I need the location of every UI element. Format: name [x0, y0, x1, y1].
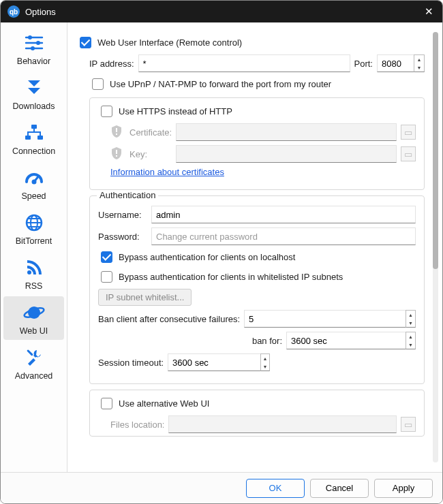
- content-pane: Web User Interface (Remote control) IP a…: [77, 31, 437, 464]
- gauge-icon: [23, 167, 45, 189]
- ban-for-spinner[interactable]: ▲▼: [286, 332, 416, 349]
- certificate-label: Certificate:: [129, 127, 172, 138]
- sidebar-item-label: Downloads: [13, 101, 55, 111]
- port-spinner[interactable]: ▲▼: [377, 54, 425, 72]
- scrollbar-thumb[interactable]: [433, 32, 438, 269]
- spinner-down-icon[interactable]: ▼: [406, 319, 415, 327]
- webui-enable-label: Web User Interface (Remote control): [97, 37, 242, 48]
- shield-warning-icon: [110, 146, 123, 162]
- sidebar-item-label: Advanced: [15, 371, 53, 381]
- files-location-browse-button: ▭: [401, 417, 416, 432]
- network-icon: [23, 122, 45, 144]
- ip-subnet-whitelist-button: IP subnet whitelist...: [98, 289, 192, 306]
- auth-group-title: Authentication: [97, 190, 158, 200]
- sidebar-item-label: RSS: [25, 281, 43, 291]
- ban-after-label: Ban client after consecutive failures:: [98, 314, 240, 324]
- planet-icon: [23, 302, 45, 324]
- scrollbar[interactable]: [433, 32, 438, 462]
- bypass-localhost-checkbox[interactable]: [101, 251, 112, 263]
- alt-webui-checkbox[interactable]: [101, 398, 112, 409]
- sidebar-item-advanced[interactable]: Advanced: [3, 341, 64, 385]
- username-label: Username:: [98, 210, 147, 220]
- sidebar-item-rss[interactable]: RSS: [3, 251, 64, 295]
- bypass-localhost-label: Bypass authentication for clients on loc…: [119, 252, 295, 262]
- sidebar-item-behavior[interactable]: Behavior: [3, 27, 64, 70]
- globe-icon: [23, 212, 45, 234]
- ban-after-spinner[interactable]: ▲▼: [244, 310, 416, 328]
- upnp-label: Use UPnP / NAT-PMP to forward the port f…: [110, 79, 331, 89]
- svg-rect-7: [25, 136, 31, 140]
- window-title: Options: [25, 7, 422, 17]
- certificate-browse-button: ▭: [401, 125, 416, 140]
- sidebar-item-label: Connection: [12, 146, 55, 156]
- certificates-info-link[interactable]: Information about certificates: [110, 167, 224, 177]
- files-location-input: [168, 415, 397, 433]
- ban-after-input[interactable]: [244, 310, 406, 328]
- spinner-up-icon[interactable]: ▲: [414, 55, 424, 63]
- rss-icon: [23, 257, 45, 279]
- svg-line-10: [34, 176, 39, 182]
- certificate-input: [176, 123, 397, 141]
- spinner-up-icon[interactable]: ▲: [406, 311, 415, 319]
- sidebar-item-webui[interactable]: Web UI: [3, 296, 64, 340]
- apply-button[interactable]: Apply: [374, 479, 433, 498]
- folder-icon: ▭: [404, 149, 412, 159]
- session-timeout-spinner[interactable]: ▲▼: [168, 353, 270, 371]
- username-input[interactable]: [151, 206, 416, 223]
- spinner-down-icon[interactable]: ▼: [414, 63, 424, 72]
- tools-icon: [23, 347, 45, 368]
- svg-point-16: [27, 270, 31, 274]
- svg-rect-23: [116, 155, 117, 157]
- port-label: Port:: [354, 59, 373, 69]
- svg-point-3: [28, 35, 32, 40]
- folder-icon: ▭: [404, 127, 412, 138]
- upnp-checkbox[interactable]: [92, 78, 104, 90]
- close-icon[interactable]: ✕: [422, 5, 436, 18]
- port-input[interactable]: [377, 54, 414, 72]
- sidebar: Behavior Downloads Connection Speed BitT…: [1, 22, 67, 472]
- https-label: Use HTTPS instead of HTTP: [119, 106, 232, 116]
- svg-rect-8: [37, 136, 43, 140]
- sidebar-item-label: Behavior: [17, 57, 50, 66]
- spinner-down-icon[interactable]: ▼: [261, 362, 270, 371]
- files-location-label: Files location:: [110, 420, 164, 430]
- sidebar-item-connection[interactable]: Connection: [3, 116, 64, 160]
- ban-for-input[interactable]: [286, 332, 406, 349]
- ok-button[interactable]: OK: [246, 479, 305, 498]
- bypass-whitelist-checkbox[interactable]: [101, 271, 112, 283]
- password-input[interactable]: [151, 227, 416, 245]
- webui-enable-checkbox[interactable]: [80, 37, 91, 48]
- bypass-whitelist-label: Bypass authentication for clients in whi…: [119, 272, 343, 282]
- svg-rect-22: [116, 150, 117, 154]
- ban-for-label: ban for:: [252, 336, 282, 346]
- titlebar: qb Options ✕: [1, 1, 442, 22]
- download-icon: [23, 77, 45, 99]
- sidebar-item-downloads[interactable]: Downloads: [3, 72, 64, 115]
- svg-rect-21: [116, 133, 117, 135]
- session-timeout-label: Session timeout:: [98, 358, 164, 368]
- key-browse-button: ▭: [401, 146, 416, 161]
- spinner-up-icon[interactable]: ▲: [406, 332, 415, 341]
- spinner-down-icon[interactable]: ▼: [406, 341, 415, 349]
- svg-rect-6: [31, 125, 37, 129]
- key-input: [176, 145, 397, 163]
- https-checkbox[interactable]: [101, 106, 112, 117]
- ip-address-label: IP address:: [89, 59, 134, 69]
- session-timeout-input[interactable]: [168, 353, 260, 371]
- ip-address-input[interactable]: [138, 54, 350, 72]
- shield-warning-icon: [110, 125, 123, 140]
- svg-point-4: [36, 41, 40, 45]
- app-icon: qb: [7, 5, 20, 18]
- key-label: Key:: [129, 149, 172, 159]
- svg-rect-20: [116, 128, 117, 132]
- sidebar-item-speed[interactable]: Speed: [3, 161, 64, 205]
- password-label: Password:: [98, 232, 147, 242]
- svg-rect-19: [27, 349, 33, 356]
- sidebar-item-bittorrent[interactable]: BitTorrent: [3, 206, 64, 250]
- sidebar-item-label: BitTorrent: [16, 236, 52, 246]
- dialog-footer: OK Cancel Apply: [1, 472, 442, 503]
- spinner-up-icon[interactable]: ▲: [261, 354, 270, 362]
- cancel-button[interactable]: Cancel: [310, 479, 369, 498]
- sliders-icon: [23, 32, 45, 54]
- sidebar-item-label: Speed: [21, 191, 46, 201]
